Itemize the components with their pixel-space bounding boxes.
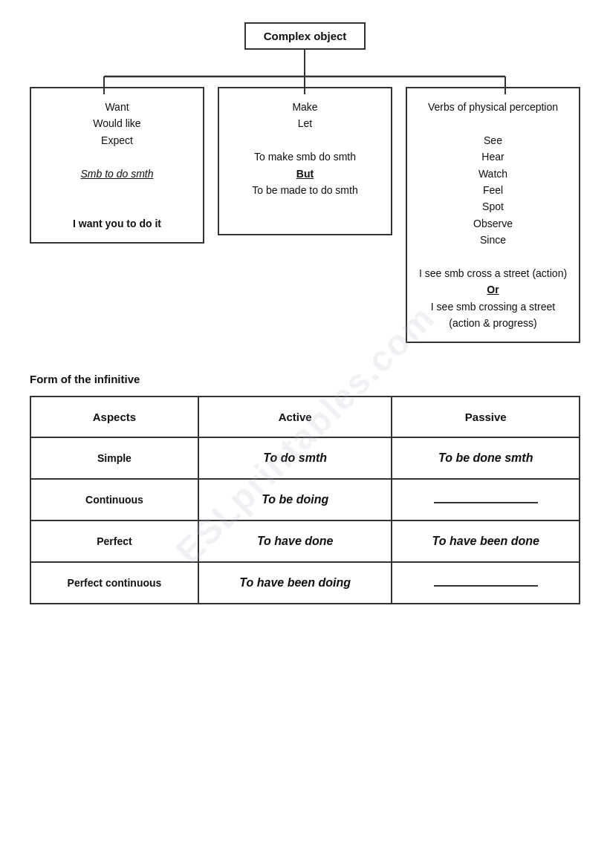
active-simple: To do smth <box>198 437 392 479</box>
active-continuous: To be doing <box>198 479 392 521</box>
active-perfect-continuous: To have been doing <box>198 562 392 604</box>
passive-perfect: To have been done <box>392 521 580 562</box>
make-but: But <box>228 166 382 182</box>
make-passive: To be made to do smth <box>228 182 382 198</box>
want-line3: Expect <box>40 132 194 149</box>
want-example: I want you to do it <box>40 215 194 232</box>
aspect-simple: Simple <box>30 437 198 479</box>
header-passive: Passive <box>392 397 580 437</box>
passive-perfect-continuous <box>392 562 580 604</box>
verbs-title: Verbs of physical perception <box>416 99 570 115</box>
verb-hear: Hear <box>416 149 570 165</box>
blank-line <box>434 496 538 503</box>
aspect-perfect: Perfect <box>30 521 198 562</box>
aspect-continuous: Continuous <box>30 479 198 521</box>
table-header-row: Aspects Active Passive <box>30 397 580 437</box>
verb-feel: Feel <box>416 182 570 198</box>
branch-box-verbs: Verbs of physical perception See Hear Wa… <box>406 87 580 343</box>
verb-example2: I see smb crossing a street (action & pr… <box>416 298 570 332</box>
infinitive-table: Aspects Active Passive Simple To do smth… <box>30 396 580 604</box>
make-line2: Let <box>228 115 382 131</box>
verb-or: Or <box>416 281 570 298</box>
want-smb: Smb to do smth <box>40 166 194 182</box>
verb-example1: I see smb cross a street (action) <box>416 265 570 281</box>
verb-since: Since <box>416 232 570 248</box>
want-line2: Would like <box>40 115 194 131</box>
table-row: Simple To do smth To be done smth <box>30 437 580 479</box>
active-perfect: To have done <box>198 521 392 562</box>
complex-object-title: Complex object <box>244 22 366 50</box>
table-row: Continuous To be doing <box>30 479 580 521</box>
make-example: To make smb do smth <box>228 149 382 165</box>
connector-area <box>30 50 580 87</box>
passive-continuous <box>392 479 580 521</box>
branch-box-want: Want Would like Expect Smb to do smth I … <box>30 87 204 244</box>
want-line1: Want <box>40 99 194 115</box>
table-row: Perfect To have done To have been done <box>30 521 580 562</box>
blank-line-2 <box>434 579 538 587</box>
passive-simple: To be done smth <box>392 437 580 479</box>
make-line1: Make <box>228 99 382 115</box>
table-row: Perfect continuous To have been doing <box>30 562 580 604</box>
connector-svg <box>30 50 580 94</box>
three-boxes: Want Would like Expect Smb to do smth I … <box>30 87 580 343</box>
header-aspects: Aspects <box>30 397 198 437</box>
header-active: Active <box>198 397 392 437</box>
verb-see: See <box>416 132 570 149</box>
aspect-perfect-continuous: Perfect continuous <box>30 562 198 604</box>
diagram-section: Complex object Want Would like Expect Sm… <box>30 22 580 343</box>
branch-box-make: Make Let To make smb do smth But To be m… <box>218 87 392 235</box>
form-title: Form of the infinitive <box>30 373 580 385</box>
verb-spot: Spot <box>416 198 570 215</box>
form-section: Form of the infinitive Aspects Active Pa… <box>30 373 580 604</box>
verb-watch: Watch <box>416 166 570 182</box>
verb-observe: Observe <box>416 215 570 232</box>
